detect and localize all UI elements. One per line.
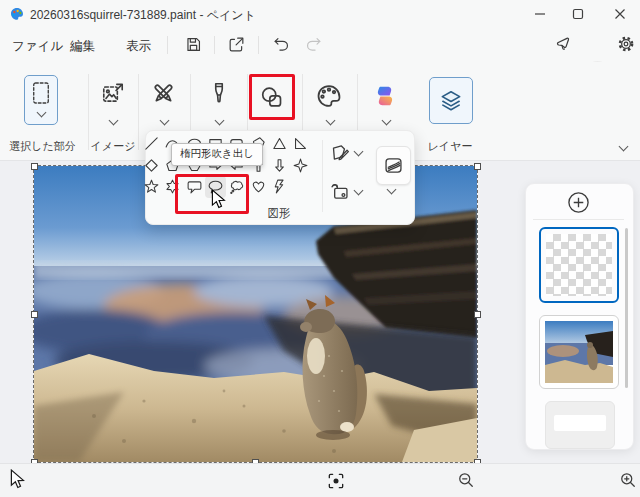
save-icon [184, 35, 203, 54]
chevron-down-icon[interactable] [36, 108, 46, 118]
add-layer-button[interactable] [567, 191, 590, 214]
feedback-megaphone-icon [554, 34, 574, 54]
line-icon [143, 135, 160, 152]
redo-icon [304, 35, 323, 54]
paint-app-icon [9, 6, 25, 22]
layer-3-thumbnail [554, 415, 606, 431]
layers-button[interactable] [429, 77, 473, 124]
layers-label: レイヤー [415, 139, 485, 154]
shape-lightning[interactable] [269, 176, 290, 198]
maximize-button[interactable] [556, 0, 600, 28]
selection-handle-middle-right[interactable] [474, 311, 481, 318]
menu-separator [167, 36, 168, 54]
title-bar: 20260316squirrel-731889.paint - ペイント [0, 0, 640, 28]
menu-separator [258, 36, 259, 54]
right-triangle-icon [292, 135, 309, 152]
toolbar-separator [138, 74, 139, 150]
maximize-icon [572, 8, 584, 20]
line-size-icon [383, 155, 404, 176]
status-bar [0, 463, 640, 497]
feedback-button[interactable] [554, 34, 574, 54]
triangle-icon [271, 135, 288, 152]
chevron-down-icon[interactable] [109, 116, 119, 126]
redo-button[interactable] [304, 35, 323, 54]
selection-icon [31, 81, 51, 105]
fill-icon [329, 181, 350, 202]
share-icon [227, 35, 246, 54]
settings-gear-icon [616, 34, 636, 54]
chevron-down-icon[interactable] [382, 116, 392, 126]
layers-scrollbar[interactable] [625, 228, 628, 388]
menu-separator [214, 36, 215, 54]
layer-2-thumbnail [545, 321, 613, 383]
zoom-out-button[interactable] [456, 470, 476, 490]
selection-tool-button[interactable] [24, 75, 58, 125]
selection-handle-middle-left[interactable] [31, 311, 38, 318]
fit-to-screen-icon [326, 471, 346, 491]
minimize-icon [534, 8, 546, 20]
layer-item-2[interactable] [539, 315, 619, 389]
shape-right-triangle[interactable] [290, 133, 311, 155]
menu-bar: ファイル 編集 表示 [0, 28, 640, 62]
shape-triangle[interactable] [269, 133, 290, 155]
shape-tooltip: 楕円形吹き出し [171, 143, 263, 166]
star-5-icon [143, 178, 160, 195]
flyout-separator [322, 140, 323, 212]
shape-diamond[interactable] [141, 155, 162, 177]
layer-item-1-selected[interactable] [539, 227, 619, 303]
menu-file[interactable]: ファイル [6, 35, 69, 58]
outline-dropdown[interactable] [330, 142, 351, 163]
crossed-tools-icon [150, 80, 177, 107]
brush-icon [206, 79, 232, 107]
selection-handle-top-left[interactable] [31, 163, 38, 170]
lightning-icon [271, 178, 288, 195]
tools-button[interactable] [150, 80, 177, 107]
window-title: 20260316squirrel-731889.paint - ペイント [30, 7, 256, 24]
heart-icon [250, 178, 267, 195]
palette-button[interactable] [315, 82, 343, 110]
image-tool-button[interactable] [100, 80, 126, 106]
zoom-fit-button[interactable] [326, 471, 346, 491]
selection-tool-label: 選択した部分 [0, 139, 85, 154]
size-dropdown[interactable] [376, 146, 411, 185]
shape-arrow-down[interactable] [269, 155, 290, 177]
mouse-cursor [211, 189, 226, 209]
outline-icon [330, 142, 351, 163]
copilot-icon [372, 83, 398, 109]
copilot-button[interactable] [372, 83, 398, 109]
settings-button[interactable] [616, 34, 636, 54]
zoom-in-icon [618, 470, 638, 490]
star-4-icon [292, 157, 309, 174]
chevron-down-icon[interactable] [326, 116, 336, 126]
layers-icon [438, 88, 464, 114]
chevron-down-icon[interactable] [160, 116, 170, 126]
layer-item-3-partial[interactable] [545, 401, 615, 449]
shape-star-5[interactable] [141, 176, 162, 198]
zoom-out-icon [456, 470, 476, 490]
shape-line[interactable] [141, 133, 162, 155]
diamond-icon [143, 157, 160, 174]
chevron-down-icon[interactable] [215, 116, 225, 126]
annotation-box-shapes-tool [249, 74, 295, 120]
image-icon [100, 80, 126, 106]
status-cursor-icon [10, 469, 25, 489]
menu-view[interactable]: 表示 [120, 35, 157, 58]
share-button[interactable] [227, 35, 246, 54]
menu-edit[interactable]: 編集 [64, 35, 101, 58]
fill-dropdown[interactable] [329, 181, 350, 202]
zoom-in-button[interactable] [618, 470, 638, 490]
shape-heart[interactable] [247, 176, 268, 198]
plus-icon [567, 191, 590, 214]
undo-icon [272, 35, 291, 54]
paint-window: 20260316squirrel-731889.paint - ペイント ファイ… [0, 0, 640, 497]
save-button[interactable] [184, 35, 203, 54]
ribbon-collapse-chevron-icon[interactable] [619, 142, 629, 152]
palette-icon [315, 82, 343, 110]
undo-button[interactable] [272, 35, 291, 54]
selection-handle-top-right[interactable] [474, 163, 481, 170]
brushes-button[interactable] [206, 79, 232, 107]
layers-divider [533, 219, 624, 220]
image-tool-label: イメージ [88, 139, 138, 154]
shape-star-4[interactable] [290, 155, 311, 177]
close-button[interactable] [598, 0, 640, 28]
